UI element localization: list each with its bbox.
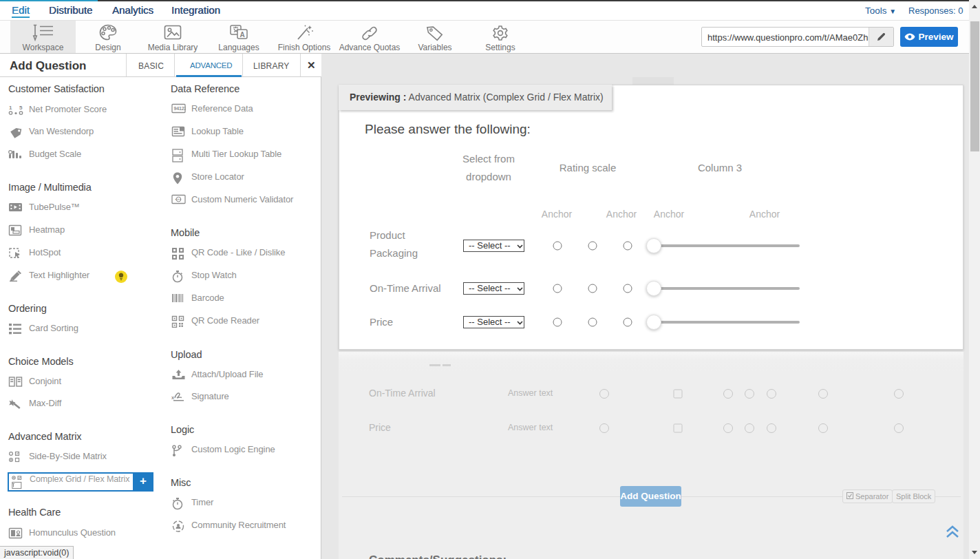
svg-text:5: 5 bbox=[19, 105, 23, 111]
svg-text:94122: 94122 bbox=[173, 106, 186, 111]
svg-text:A: A bbox=[240, 31, 245, 39]
svg-text:1: 1 bbox=[9, 105, 12, 111]
svg-text:x: x bbox=[171, 394, 175, 401]
